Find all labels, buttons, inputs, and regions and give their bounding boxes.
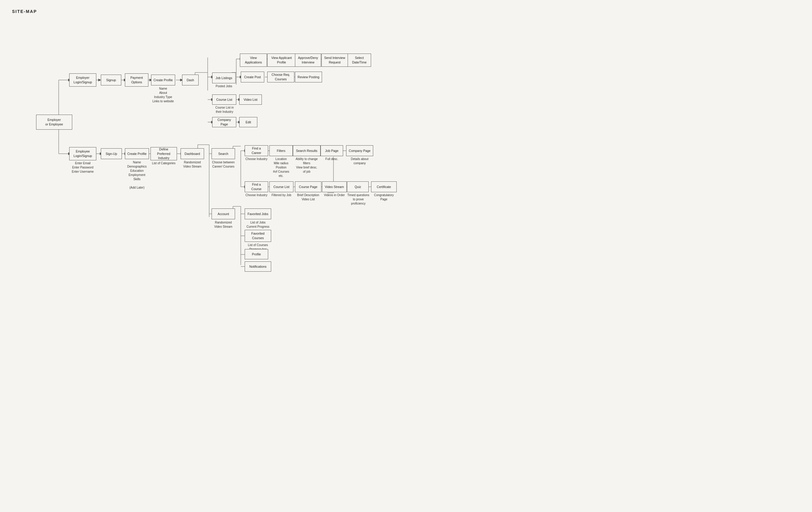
video-stream-node: Video Stream xyxy=(322,181,347,192)
search-sub: Choose betweenCareer/ Courses xyxy=(211,160,235,169)
employer-or-employee-node: Employeror Employee xyxy=(36,115,72,130)
dashboard-empl-node: Dashboard xyxy=(181,148,204,159)
find-course-node: Find a Course xyxy=(245,181,268,192)
company-page-emp-node: Company Page xyxy=(212,117,236,127)
course-page-node: Course Page xyxy=(295,181,321,192)
filters-sub: LocationMile radiusPosition#of Courseset… xyxy=(269,157,293,178)
send-interview-node: Send InterviewRequest xyxy=(321,54,348,67)
find-career-sub: Choose Industry xyxy=(245,157,268,161)
favorited-jobs-sub: List of JobsCurrent Progress xyxy=(245,220,271,229)
search-results-node: Search Results xyxy=(293,145,321,156)
choose-req-courses-node: Choose Req.Courses xyxy=(267,71,294,83)
quiz-node: Quiz xyxy=(347,181,369,192)
define-preferred-sub: List of Categories xyxy=(150,161,177,165)
account-sub: RandomizedVideo Stream xyxy=(211,220,235,229)
course-list-emp-sub: Course List intheir Industry xyxy=(211,106,238,114)
employee-login-node: EmployeeLogin/Signup xyxy=(69,147,96,160)
payment-options-node: PaymentOptions xyxy=(125,73,148,87)
create-profile-emp-sub: NameAboutIndustry TypeLinks to website xyxy=(151,87,175,103)
select-datetime-node: SelectDate/Time xyxy=(348,54,371,67)
create-profile-emp-node: Create Profile xyxy=(151,74,175,85)
define-preferred-node: DefinePreferredIndustry xyxy=(150,147,177,160)
job-page-sub: Full desc. xyxy=(321,157,343,161)
create-post-node: Create Post xyxy=(241,71,264,83)
video-list-emp-node: Video List xyxy=(239,94,262,105)
notifications-node: Notifications xyxy=(245,262,271,272)
create-profile-empl-node: Create Profile xyxy=(125,148,149,159)
certificate-node: Certificate xyxy=(371,181,397,192)
favorited-jobs-node: Favorited Jobs xyxy=(245,208,271,219)
view-applications-node: ViewApplications xyxy=(240,54,267,67)
svg-marker-7 xyxy=(98,79,101,81)
employer-login-node: EmployerLogin/Signup xyxy=(69,73,96,87)
page-title: SITE-MAP xyxy=(12,9,800,14)
search-node: Search xyxy=(211,148,235,159)
course-page-sub: Brief DescriptionVideo List xyxy=(295,193,321,202)
course-list-empl-node: Course List xyxy=(269,181,293,192)
favorited-courses-node: FavoritedCourses xyxy=(245,230,271,242)
sign-up-emp-node: Sign-Up xyxy=(101,148,122,159)
dashboard-empl-sub: RandomizedVideo Stream xyxy=(181,160,204,169)
certificate-sub: CongratulatoryPage xyxy=(371,193,397,202)
find-course-sub: Choose Industry xyxy=(245,193,268,197)
review-posting-node: Review Posting xyxy=(295,71,322,83)
signup-node: Signup xyxy=(101,74,121,85)
account-node: Account xyxy=(211,208,235,219)
video-stream-sub: Videos in Order xyxy=(322,193,347,197)
company-page-empl-node: Company Page xyxy=(346,145,373,156)
company-page-empl-sub: Details aboutcompany xyxy=(346,157,373,165)
job-listings-sub: Posted Jobs xyxy=(212,84,236,88)
job-listings-node: Job Listings xyxy=(212,72,236,83)
filters-node: Filters xyxy=(269,145,293,156)
create-profile-empl-sub: NameDemographicsEducationEmploymentSkill… xyxy=(125,160,149,190)
course-list-empl-sub: Filtered by Job xyxy=(269,193,293,197)
course-list-emp-node: Course List xyxy=(212,94,236,105)
quiz-sub: Timed questionsto proveproficiency xyxy=(347,193,370,206)
search-results-sub: Ability to changefiltersView brief desc.… xyxy=(293,157,321,174)
view-applicant-profile-node: View ApplicantProfile xyxy=(267,54,296,67)
edit-company-node: Edit xyxy=(239,117,257,127)
find-career-node: Find a Career xyxy=(245,145,268,156)
dash-emp-node: Dash xyxy=(182,74,199,85)
employee-login-sub: Enter EmailEnter PasswordEnter Username xyxy=(69,161,96,174)
job-page-node: Job Page xyxy=(321,145,343,156)
profile-node: Profile xyxy=(245,249,268,259)
approve-deny-node: Approve/DenyInterview xyxy=(295,54,321,67)
